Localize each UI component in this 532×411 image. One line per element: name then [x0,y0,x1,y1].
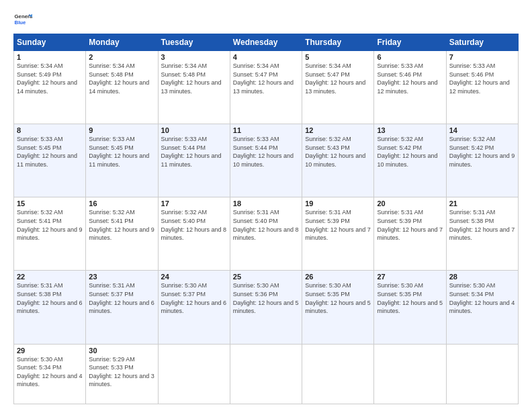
sunset-text: Sunset: 5:45 PM [17,144,62,151]
daylight-text: Daylight: 12 hours and 4 minutes. [449,300,515,315]
sunrise-text: Sunrise: 5:31 AM [233,209,279,216]
sunrise-text: Sunrise: 5:30 AM [377,282,423,289]
day-info: Sunrise: 5:32 AM Sunset: 5:42 PM Dayligh… [449,135,515,169]
day-info: Sunrise: 5:30 AM Sunset: 5:36 PM Dayligh… [233,281,299,315]
table-row: 15 Sunrise: 5:32 AM Sunset: 5:41 PM Dayl… [14,197,86,271]
sunrise-text: Sunrise: 5:32 AM [305,136,351,142]
table-row: 7 Sunrise: 5:33 AM Sunset: 5:46 PM Dayli… [446,51,518,124]
day-number: 25 [233,273,299,281]
sunrise-text: Sunrise: 5:31 AM [377,209,423,216]
daylight-text: Daylight: 12 hours and 7 minutes. [449,226,515,242]
day-number: 18 [233,199,299,208]
table-row: 27 Sunrise: 5:30 AM Sunset: 5:35 PM Dayl… [374,271,446,344]
table-row [374,344,446,404]
day-info: Sunrise: 5:30 AM Sunset: 5:35 PM Dayligh… [305,281,371,315]
sunset-text: Sunset: 5:46 PM [449,71,494,78]
daylight-text: Daylight: 12 hours and 5 minutes. [233,300,299,315]
table-row: 17 Sunrise: 5:32 AM Sunset: 5:40 PM Dayl… [158,197,230,271]
day-number: 7 [449,53,515,61]
sunrise-text: Sunrise: 5:34 AM [17,62,63,69]
day-info: Sunrise: 5:31 AM Sunset: 5:38 PM Dayligh… [449,208,515,242]
daylight-text: Daylight: 12 hours and 6 minutes. [161,300,227,315]
col-monday: Monday [86,34,158,51]
table-row: 12 Sunrise: 5:32 AM Sunset: 5:43 PM Dayl… [302,124,374,197]
day-info: Sunrise: 5:32 AM Sunset: 5:40 PM Dayligh… [161,208,227,242]
day-info: Sunrise: 5:31 AM Sunset: 5:37 PM Dayligh… [89,281,154,315]
day-number: 24 [161,273,227,281]
sunset-text: Sunset: 5:36 PM [233,291,278,298]
sunrise-text: Sunrise: 5:31 AM [89,282,135,289]
day-number: 19 [305,199,371,208]
daylight-text: Daylight: 12 hours and 9 minutes. [89,226,154,242]
daylight-text: Daylight: 12 hours and 10 minutes. [233,152,294,168]
sunset-text: Sunset: 5:42 PM [449,144,494,151]
day-number: 10 [161,126,227,134]
daylight-text: Daylight: 12 hours and 13 minutes. [233,79,294,95]
day-number: 15 [17,199,83,208]
day-number: 5 [305,53,371,61]
daylight-text: Daylight: 12 hours and 8 minutes. [233,226,299,242]
sunrise-text: Sunrise: 5:34 AM [89,62,135,69]
col-saturday: Saturday [446,34,518,51]
day-number: 22 [17,273,83,281]
day-info: Sunrise: 5:30 AM Sunset: 5:34 PM Dayligh… [449,281,515,315]
col-wednesday: Wednesday [230,34,302,51]
calendar-week-row: 15 Sunrise: 5:32 AM Sunset: 5:41 PM Dayl… [14,197,519,271]
sunrise-text: Sunrise: 5:30 AM [17,356,63,363]
sunset-text: Sunset: 5:44 PM [161,144,206,151]
table-row [230,344,302,404]
day-info: Sunrise: 5:32 AM Sunset: 5:41 PM Dayligh… [17,208,83,242]
table-row: 19 Sunrise: 5:31 AM Sunset: 5:39 PM Dayl… [302,197,374,271]
table-row: 25 Sunrise: 5:30 AM Sunset: 5:36 PM Dayl… [230,271,302,344]
sunrise-text: Sunrise: 5:32 AM [17,209,63,216]
sunset-text: Sunset: 5:37 PM [89,291,134,298]
sunset-text: Sunset: 5:39 PM [377,218,422,224]
sunrise-text: Sunrise: 5:33 AM [161,136,208,142]
sunset-text: Sunset: 5:33 PM [89,364,134,371]
day-number: 8 [17,126,83,134]
table-row: 16 Sunrise: 5:32 AM Sunset: 5:41 PM Dayl… [86,197,158,271]
sunrise-text: Sunrise: 5:30 AM [449,282,496,289]
day-number: 12 [305,126,371,134]
daylight-text: Daylight: 12 hours and 7 minutes. [305,226,371,242]
general-blue-icon: General Blue [13,11,32,30]
sunrise-text: Sunrise: 5:30 AM [233,282,279,289]
sunset-text: Sunset: 5:38 PM [17,291,62,298]
table-row: 26 Sunrise: 5:30 AM Sunset: 5:35 PM Dayl… [302,271,374,344]
daylight-text: Daylight: 12 hours and 13 minutes. [161,79,222,95]
logo: General Blue [13,11,35,30]
sunset-text: Sunset: 5:34 PM [17,364,62,371]
day-info: Sunrise: 5:34 AM Sunset: 5:47 PM Dayligh… [233,62,299,95]
day-number: 3 [161,53,227,61]
day-number: 11 [233,126,299,134]
table-row [302,344,374,404]
table-row: 4 Sunrise: 5:34 AM Sunset: 5:47 PM Dayli… [230,51,302,124]
daylight-text: Daylight: 12 hours and 14 minutes. [17,79,77,95]
sunset-text: Sunset: 5:47 PM [305,71,350,78]
day-info: Sunrise: 5:33 AM Sunset: 5:45 PM Dayligh… [89,135,154,169]
daylight-text: Daylight: 12 hours and 10 minutes. [305,152,365,168]
day-info: Sunrise: 5:31 AM Sunset: 5:39 PM Dayligh… [305,208,371,242]
day-info: Sunrise: 5:32 AM Sunset: 5:42 PM Dayligh… [377,135,443,169]
sunrise-text: Sunrise: 5:31 AM [305,209,351,216]
sunset-text: Sunset: 5:48 PM [161,71,206,78]
table-row: 18 Sunrise: 5:31 AM Sunset: 5:40 PM Dayl… [230,197,302,271]
sunrise-text: Sunrise: 5:33 AM [449,62,496,69]
table-row: 24 Sunrise: 5:30 AM Sunset: 5:37 PM Dayl… [158,271,230,344]
daylight-text: Daylight: 12 hours and 7 minutes. [377,226,443,242]
day-info: Sunrise: 5:34 AM Sunset: 5:47 PM Dayligh… [305,62,371,95]
sunrise-text: Sunrise: 5:32 AM [161,209,208,216]
daylight-text: Daylight: 12 hours and 12 minutes. [449,79,510,95]
day-info: Sunrise: 5:31 AM Sunset: 5:39 PM Dayligh… [377,208,443,242]
day-info: Sunrise: 5:34 AM Sunset: 5:48 PM Dayligh… [161,62,227,95]
sunset-text: Sunset: 5:43 PM [305,144,350,151]
page: General Blue Sunday Monday Tuesday Wedne… [0,0,532,411]
table-row: 9 Sunrise: 5:33 AM Sunset: 5:45 PM Dayli… [86,124,158,197]
day-number: 26 [305,273,371,281]
day-info: Sunrise: 5:30 AM Sunset: 5:34 PM Dayligh… [17,355,83,389]
day-info: Sunrise: 5:33 AM Sunset: 5:44 PM Dayligh… [161,135,227,169]
daylight-text: Daylight: 12 hours and 6 minutes. [17,300,83,315]
day-number: 27 [377,273,443,281]
day-number: 14 [449,126,515,134]
table-row: 2 Sunrise: 5:34 AM Sunset: 5:48 PM Dayli… [86,51,158,124]
